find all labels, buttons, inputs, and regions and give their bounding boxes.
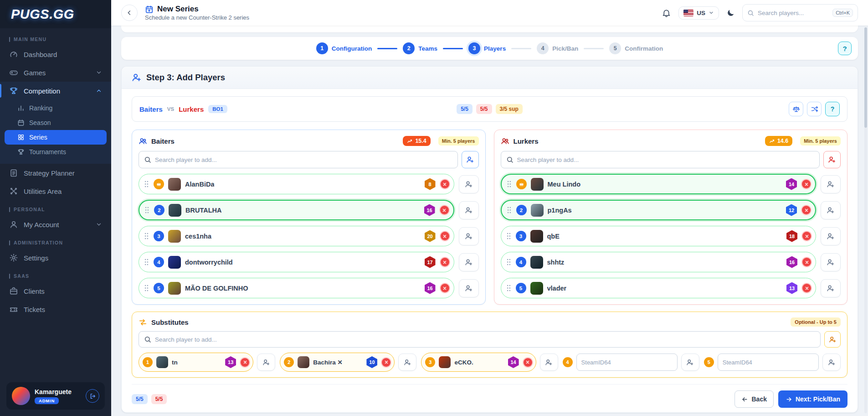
drag-handle-icon[interactable] bbox=[506, 232, 512, 240]
swap-player-button[interactable] bbox=[821, 227, 841, 245]
team-a-search-input[interactable] bbox=[155, 156, 452, 163]
step-label: Configuration bbox=[332, 45, 372, 52]
sidebar-item-my-account[interactable]: My Account bbox=[0, 215, 111, 234]
swap-player-button[interactable] bbox=[459, 227, 479, 245]
drag-handle-icon[interactable] bbox=[144, 206, 150, 214]
sidebar-item-dashboard[interactable]: Dashboard bbox=[0, 45, 111, 63]
team-a-count-badge: 5/5 bbox=[457, 104, 473, 114]
add-substitute-button[interactable] bbox=[822, 354, 841, 371]
vs-label: VS bbox=[167, 106, 174, 112]
player-name: qbE bbox=[547, 233, 560, 240]
sidebar-item-competition[interactable]: Competition bbox=[0, 82, 111, 100]
avatar bbox=[531, 178, 544, 191]
player-row: 3 qbE 18 bbox=[501, 226, 841, 246]
subs-search-input[interactable] bbox=[155, 336, 815, 343]
remove-player-button[interactable] bbox=[523, 357, 533, 368]
swap-player-button[interactable] bbox=[821, 201, 841, 219]
player-name: ces1nha bbox=[185, 233, 211, 240]
drag-handle-icon[interactable] bbox=[144, 284, 149, 292]
person-plus-icon bbox=[404, 359, 411, 366]
remove-player-button[interactable] bbox=[381, 357, 391, 368]
swap-player-button[interactable] bbox=[459, 175, 479, 193]
drag-handle-icon[interactable] bbox=[506, 180, 512, 188]
page-title: New Series bbox=[157, 5, 199, 14]
sidebar-item-games[interactable]: Games bbox=[0, 63, 111, 82]
drag-handle-icon[interactable] bbox=[144, 258, 149, 266]
remove-player-button[interactable] bbox=[440, 257, 450, 267]
next-pick-ban-button[interactable]: Next: Pick/Ban bbox=[778, 390, 847, 408]
remove-player-button[interactable] bbox=[440, 283, 450, 293]
swap-player-button[interactable] bbox=[257, 354, 275, 371]
drag-handle-icon[interactable] bbox=[144, 232, 149, 240]
remove-player-button[interactable] bbox=[801, 179, 812, 189]
remove-player-button[interactable] bbox=[240, 357, 250, 368]
swap-player-button[interactable] bbox=[459, 279, 479, 297]
language-selector[interactable]: US bbox=[678, 6, 719, 20]
sidebar-item-label: Strategy Planner bbox=[24, 169, 75, 177]
remove-player-button[interactable] bbox=[801, 257, 812, 267]
window-scrollbar[interactable] bbox=[864, 27, 867, 413]
steamid-input[interactable] bbox=[576, 354, 678, 371]
notifications-button[interactable] bbox=[662, 8, 671, 18]
team-b-add-player-button[interactable] bbox=[823, 151, 841, 168]
remove-player-button[interactable] bbox=[801, 283, 812, 293]
remove-player-button[interactable] bbox=[801, 231, 812, 241]
step-connector bbox=[443, 48, 463, 49]
stepper-help-button[interactable]: ? bbox=[838, 42, 852, 55]
app-logo[interactable]: PUGS.GG bbox=[0, 0, 111, 28]
step-players[interactable]: 3 Players bbox=[468, 42, 506, 54]
bell-icon bbox=[662, 8, 671, 18]
swap-player-button[interactable] bbox=[821, 253, 841, 271]
step-confirmation[interactable]: 5 Confirmation bbox=[609, 42, 663, 54]
swap-player-button[interactable] bbox=[459, 253, 479, 271]
dark-mode-toggle[interactable] bbox=[726, 9, 735, 17]
steamid-input[interactable] bbox=[718, 354, 819, 371]
remove-player-button[interactable] bbox=[439, 205, 450, 215]
grid-icon bbox=[17, 134, 25, 141]
subs-add-player-button[interactable] bbox=[824, 331, 841, 348]
add-substitute-button[interactable] bbox=[681, 354, 699, 371]
back-button[interactable]: Back bbox=[734, 390, 773, 408]
swap-player-button[interactable] bbox=[821, 279, 841, 297]
search-input[interactable] bbox=[758, 10, 829, 16]
sidebar-item-utilities-area[interactable]: Utilities Area bbox=[0, 182, 111, 200]
shuffle-players-button[interactable] bbox=[807, 102, 822, 116]
team-b-search-input[interactable] bbox=[517, 156, 815, 163]
step-teams[interactable]: 2 Teams bbox=[403, 42, 437, 54]
user-icon bbox=[9, 220, 18, 229]
step-pick-ban[interactable]: 4 Pick/Ban bbox=[537, 42, 578, 54]
sidebar-item-settings[interactable]: Settings bbox=[0, 249, 111, 267]
sidebar-item-strategy-planner[interactable]: Strategy Planner bbox=[0, 164, 111, 182]
swap-player-button[interactable] bbox=[459, 201, 479, 219]
drag-handle-icon[interactable] bbox=[144, 180, 149, 188]
remove-player-button[interactable] bbox=[440, 179, 450, 189]
player-name: Bachira ✕ bbox=[313, 359, 343, 366]
sidebar-item-ranking[interactable]: Ranking bbox=[5, 101, 107, 115]
swap-player-button[interactable] bbox=[540, 354, 558, 371]
drag-handle-icon[interactable] bbox=[506, 206, 512, 214]
step-label: Teams bbox=[418, 45, 437, 52]
swap-player-button[interactable] bbox=[821, 175, 841, 193]
avatar bbox=[530, 230, 543, 243]
scrollbar-thumb[interactable] bbox=[864, 27, 867, 128]
match-help-button[interactable]: ? bbox=[825, 102, 840, 116]
player-row: 3 ces1nha 20 bbox=[139, 226, 479, 246]
sidebar-item-series[interactable]: Series bbox=[5, 130, 107, 145]
sidebar-item-clients[interactable]: Clients bbox=[0, 282, 111, 300]
player-pill: 4 shhtz 16 bbox=[501, 252, 817, 272]
header-back-button[interactable] bbox=[121, 5, 138, 21]
page-content: 1 Configuration 2 Teams 3 Players bbox=[111, 26, 868, 416]
drag-handle-icon[interactable] bbox=[506, 258, 512, 266]
sidebar-item-season[interactable]: Season bbox=[5, 115, 107, 130]
swap-player-button[interactable] bbox=[398, 354, 416, 371]
sidebar-item-tickets[interactable]: Tickets bbox=[0, 300, 111, 318]
drag-handle-icon[interactable] bbox=[506, 284, 512, 292]
remove-player-button[interactable] bbox=[440, 231, 450, 241]
team-a-add-player-button[interactable] bbox=[462, 151, 479, 168]
logout-button[interactable] bbox=[86, 389, 99, 403]
sidebar-item-tournaments[interactable]: Tournaments bbox=[5, 145, 107, 159]
sidebar-item-label: Competition bbox=[24, 87, 60, 95]
balance-teams-button[interactable] bbox=[789, 102, 803, 116]
step-configuration[interactable]: 1 Configuration bbox=[316, 42, 372, 54]
remove-player-button[interactable] bbox=[801, 205, 812, 215]
